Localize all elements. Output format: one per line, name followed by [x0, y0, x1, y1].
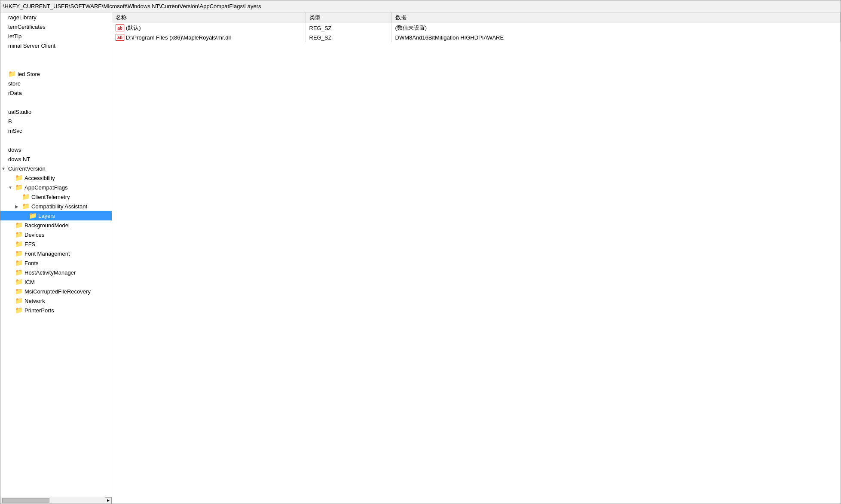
- folder-icon: 📁: [15, 269, 23, 276]
- folder-icon: 📁: [22, 193, 30, 200]
- tree-item-icm[interactable]: 📁ICM: [0, 277, 112, 287]
- tree-item-blank3[interactable]: [0, 98, 112, 107]
- tree-item-ualStudio[interactable]: ualStudio: [0, 107, 112, 116]
- folder-icon: 📁: [15, 241, 23, 247]
- tree-item-windowsNT[interactable]: dows NT: [0, 154, 112, 164]
- tree-item-clientTelemetry[interactable]: 📁ClientTelemetry: [0, 192, 112, 202]
- folder-icon: 📁: [15, 260, 23, 266]
- tree-item-hostActivityManager[interactable]: 📁HostActivityManager: [0, 268, 112, 277]
- tree-item-label: ied Store: [18, 71, 40, 77]
- registry-window: \HKEY_CURRENT_USER\SOFTWARE\Microsoft\Wi…: [0, 0, 841, 504]
- cell-name-text: (默认): [126, 24, 141, 32]
- tree-item-label: store: [8, 80, 21, 87]
- tree-item-terminalClient[interactable]: minal Server Client: [0, 41, 112, 50]
- tree-item-label: Accessibility: [24, 175, 55, 181]
- tree-item-label: Devices: [24, 232, 44, 238]
- folder-icon: 📁: [15, 250, 23, 257]
- tree-item-imageLibrary[interactable]: rageLibrary: [0, 12, 112, 22]
- tree-item-label: MsiCorruptedFileRecovery: [24, 288, 91, 295]
- tree-item-label: rData: [8, 90, 22, 96]
- folder-icon: 📁: [15, 231, 23, 238]
- table-row[interactable]: ab(默认)REG_SZ(数值未设置): [112, 23, 841, 33]
- cell-data: (数值未设置): [391, 23, 841, 33]
- tree-item-label: dows: [8, 147, 21, 153]
- collapse-icon[interactable]: ▼: [1, 166, 7, 171]
- collapse-icon[interactable]: ▼: [8, 185, 14, 190]
- tree-item-backgroundModel[interactable]: 📁BackgroundModel: [0, 220, 112, 230]
- address-path: \HKEY_CURRENT_USER\SOFTWARE\Microsoft\Wi…: [3, 3, 261, 9]
- tree-item-currentVersion[interactable]: ▼CurrentVersion: [0, 164, 112, 173]
- tree-item-b[interactable]: B: [0, 116, 112, 126]
- ab-icon: ab: [116, 34, 124, 41]
- tree-item-accessibility[interactable]: 📁Accessibility: [0, 173, 112, 183]
- folder-icon: 📁: [15, 307, 23, 314]
- tree-item-rData[interactable]: rData: [0, 88, 112, 98]
- tree-item-label: AppCompatFlags: [24, 184, 67, 191]
- tree-item-devices[interactable]: 📁Devices: [0, 230, 112, 239]
- col-name-header: 名称: [112, 12, 306, 23]
- col-type-header: 类型: [306, 12, 391, 23]
- tree-item-label: ClientTelemetry: [31, 194, 70, 200]
- tree-item-label: HostActivityManager: [24, 269, 76, 276]
- tree-item-label: letTip: [8, 33, 21, 40]
- tree-item-label: mSvc: [8, 128, 22, 134]
- table-row[interactable]: abD:\Program Files (x86)\MapleRoyals\mr.…: [112, 33, 841, 42]
- tree-item-label: CurrentVersion: [8, 165, 46, 172]
- tree-item-label: PrinterPorts: [24, 307, 54, 314]
- tree-item-appCompatFlags[interactable]: ▼📁AppCompatFlags: [0, 183, 112, 192]
- tree-item-label: dows NT: [8, 156, 30, 162]
- address-bar: \HKEY_CURRENT_USER\SOFTWARE\Microsoft\Wi…: [0, 0, 841, 12]
- tree-item-fiedStore[interactable]: 📁ied Store: [0, 69, 112, 79]
- tree-item-msiCorrupted[interactable]: 📁MsiCorruptedFileRecovery: [0, 287, 112, 296]
- tree-item-network[interactable]: 📁Network: [0, 296, 112, 305]
- tree-item-printerPorts[interactable]: 📁PrinterPorts: [0, 305, 112, 315]
- tree-item-label: BackgroundModel: [24, 222, 70, 229]
- tree-hscroll: ▶: [0, 497, 112, 504]
- h-scroll-right-arrow[interactable]: ▶: [105, 497, 112, 504]
- tree-item-fontManagement[interactable]: 📁Font Management: [0, 249, 112, 258]
- folder-icon: 📁: [15, 297, 23, 304]
- folder-icon: 📁: [15, 222, 23, 229]
- tree-item-store[interactable]: store: [0, 79, 112, 88]
- tree-item-layers[interactable]: 📁Layers: [0, 211, 112, 220]
- tree-item-label: Compatibility Assistant: [31, 203, 87, 210]
- tree-item-label: minal Server Client: [8, 43, 55, 49]
- tree-item-label: Font Management: [24, 250, 70, 257]
- ab-icon: ab: [116, 24, 124, 31]
- tree-item-windows[interactable]: dows: [0, 145, 112, 154]
- col-data-header: 数据: [391, 12, 841, 23]
- cell-name: abD:\Program Files (x86)\MapleRoyals\mr.…: [112, 33, 306, 42]
- data-table: 名称 类型 数据 ab(默认)REG_SZ(数值未设置)abD:\Program…: [112, 12, 841, 42]
- tree-item-mSvc[interactable]: mSvc: [0, 126, 112, 135]
- right-panel: 名称 类型 数据 ab(默认)REG_SZ(数值未设置)abD:\Program…: [112, 12, 841, 504]
- cell-type: REG_SZ: [306, 33, 391, 42]
- tree-item-fonts[interactable]: 📁Fonts: [0, 258, 112, 268]
- tree-item-label: temCertificates: [8, 24, 46, 30]
- cell-name-text: D:\Program Files (x86)\MapleRoyals\mr.dl…: [126, 34, 231, 41]
- tree-item-blank1[interactable]: [0, 50, 112, 60]
- folder-icon: 📁: [29, 212, 37, 219]
- main-content: rageLibrarytemCertificatesletTipminal Se…: [0, 12, 841, 504]
- tree-item-netTip[interactable]: letTip: [0, 31, 112, 41]
- tree-item-efs[interactable]: 📁EFS: [0, 239, 112, 249]
- tree-panel: rageLibrarytemCertificatesletTipminal Se…: [0, 12, 112, 504]
- folder-icon: 📁: [15, 184, 23, 191]
- h-scroll-thumb[interactable]: [2, 498, 49, 503]
- tree-item-compatibilityAssistant[interactable]: ▶📁Compatibility Assistant: [0, 202, 112, 211]
- folder-icon: 📁: [22, 203, 30, 210]
- tree-item-label: EFS: [24, 241, 35, 247]
- expand-icon[interactable]: ▶: [15, 204, 21, 209]
- tree-item-label: ICM: [24, 279, 35, 285]
- folder-icon: 📁: [15, 174, 23, 181]
- tree-item-systemCerts[interactable]: temCertificates: [0, 22, 112, 31]
- tree-item-blank4[interactable]: [0, 135, 112, 145]
- cell-name: ab(默认): [112, 23, 306, 33]
- folder-icon: 📁: [8, 70, 16, 77]
- folder-icon: 📁: [15, 288, 23, 295]
- tree-item-label: ualStudio: [8, 109, 31, 115]
- tree-item-blank2[interactable]: [0, 60, 112, 69]
- tree-item-label: Layers: [38, 213, 55, 219]
- registry-table[interactable]: 名称 类型 数据 ab(默认)REG_SZ(数值未设置)abD:\Program…: [112, 12, 841, 504]
- cell-data: DWM8And16BitMitigation HIGHDPIAWARE: [391, 33, 841, 42]
- tree-scroll[interactable]: rageLibrarytemCertificatesletTipminal Se…: [0, 12, 112, 497]
